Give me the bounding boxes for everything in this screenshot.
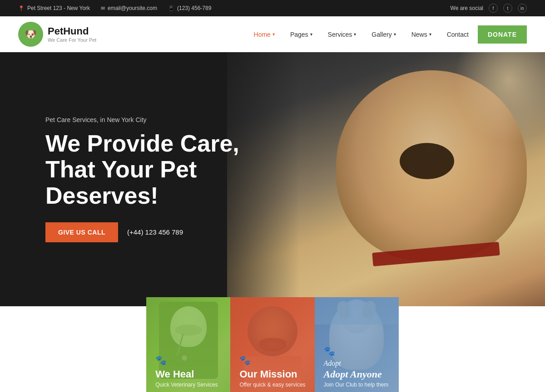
card-desc-1: Quick Veterinary Services [155,382,221,388]
donate-button[interactable]: DONATE [478,25,527,44]
nav-links: Home ▾ Pages ▾ Services ▾ Gallery ▾ News… [248,25,527,44]
logo-icon: 🐶 [18,22,43,47]
social-links: We are social f t in [451,4,527,13]
chevron-down-icon: ▾ [310,32,312,37]
hero-phone: (+44) 123 456 789 [127,228,183,236]
location-icon [18,5,25,11]
nav-home[interactable]: Home ▾ [248,27,281,42]
nav-contact[interactable]: Contact [441,27,475,42]
hero-actions: GIVE US CALL (+44) 123 456 789 [45,222,239,242]
chevron-down-icon: ▾ [429,32,431,37]
paw-icon-1 [155,355,221,366]
chevron-down-icon: ▾ [354,32,356,37]
mail-icon [101,5,105,11]
email-text: email@yoursite.com [108,5,157,11]
phone-icon [168,5,174,11]
nav-pages[interactable]: Pages ▾ [284,27,319,42]
call-button[interactable]: GIVE US CALL [45,222,118,242]
navbar: 🐶 PetHund We Care For Your Pet Home ▾ Pa… [0,16,545,52]
logo-text: PetHund We Care For Your Pet [48,26,96,42]
hero-dog-nose [400,143,454,179]
instagram-icon[interactable]: in [518,4,527,13]
cards-grid: We Heal Quick Veterinary Services Our Mi… [146,297,399,392]
hero-title-line1: We Provide Care, [45,130,239,157]
card-desc-3: Join Our Club to help them [324,382,390,388]
address-item: Pet Street 123 - New York [18,5,90,11]
phone-item: (123) 456-789 [168,5,211,11]
address-text: Pet Street 123 - New York [27,5,90,11]
hero-title-line3: Deserves! [45,182,159,209]
card-title-2: Our Mission [239,368,305,380]
card-desc-2: Offer quick & easy services [239,382,305,388]
card-content-2: Our Mission Offer quick & easy services [239,355,305,388]
logo[interactable]: 🐶 PetHund We Care For Your Pet [18,22,96,47]
nav-news[interactable]: News ▾ [405,27,438,42]
paw-icon-2 [239,355,305,366]
email-item: email@yoursite.com [101,5,157,11]
nav-services[interactable]: Services ▾ [322,27,363,42]
twitter-icon[interactable]: t [503,4,512,13]
facebook-icon[interactable]: f [489,4,498,13]
card-title-3: Adopt Anyone [324,368,390,380]
hero-subtitle: Pet Care Services, in New York City [45,116,239,123]
card-content-3: Adopt Adopt Anyone Join Our Club to help… [324,346,390,388]
social-label: We are social [451,5,483,11]
hero-section: Pet Care Services, in New York City We P… [0,52,545,306]
logo-tagline: We Care For Your Pet [48,37,96,43]
top-bar: Pet Street 123 - New York email@yoursite… [0,0,545,16]
paw-icon-3 [324,346,390,357]
hero-dog-highlight [454,52,545,143]
card-title-1: We Heal [155,368,221,380]
hero-title: We Provide Care, That Your Pet Deserves! [45,131,239,209]
card-content-1: We Heal Quick Veterinary Services [155,355,221,388]
chevron-down-icon: ▾ [272,32,275,37]
hero-content: Pet Care Services, in New York City We P… [0,116,239,242]
card-heal[interactable]: We Heal Quick Veterinary Services [146,297,230,392]
logo-name: PetHund [48,26,96,37]
top-bar-contact: Pet Street 123 - New York email@yoursite… [18,5,211,11]
card-title-italic: Adopt [324,359,390,368]
hero-title-line2: That Your Pet [45,156,197,182]
nav-gallery[interactable]: Gallery ▾ [365,27,402,42]
phone-text: (123) 456-789 [177,5,211,11]
card-adopt[interactable]: Adopt Adopt Anyone Join Our Club to help… [315,297,399,392]
card-mission[interactable]: Our Mission Offer quick & easy services [230,297,314,392]
cards-container-wrapper: We Heal Quick Veterinary Services Our Mi… [0,320,545,392]
chevron-down-icon: ▾ [394,32,396,37]
